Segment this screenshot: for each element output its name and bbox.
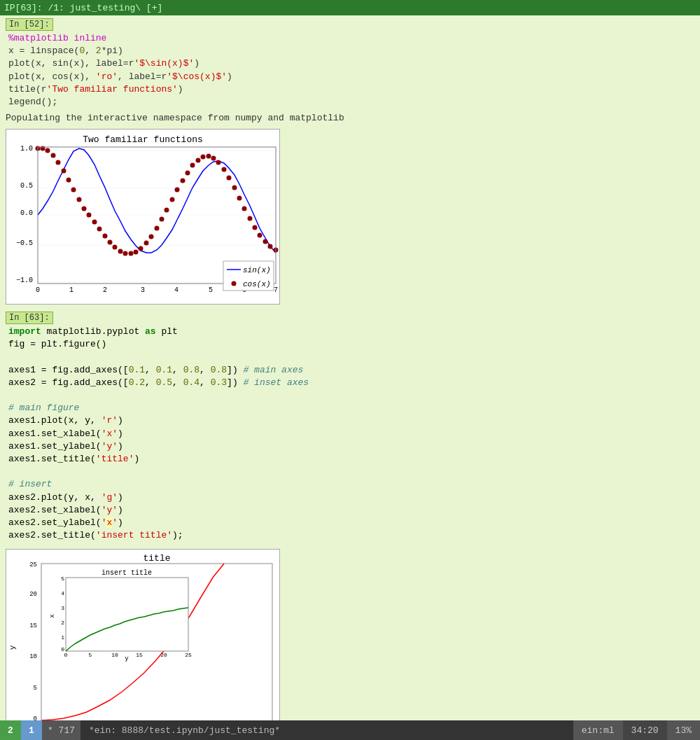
svg-text:15: 15	[136, 652, 143, 658]
status-mode-n: 2	[0, 720, 21, 740]
cell-52-output: Populating the interactive namespace fro…	[0, 111, 700, 125]
svg-rect-37	[66, 578, 188, 651]
cos-dot	[77, 197, 82, 202]
status-position: 34:20	[623, 720, 667, 740]
plot2-inset-title: insert title	[102, 569, 152, 577]
svg-text:2: 2	[61, 620, 64, 626]
code-line-4: plot(x, cos(x), 'ro', label=r'$\cos(x)$'…	[8, 71, 232, 82]
cos-dot	[139, 246, 144, 251]
svg-text:0: 0	[64, 652, 68, 658]
cos-dot	[211, 156, 216, 161]
cos-dot	[92, 220, 97, 225]
cos-dot	[175, 188, 180, 193]
svg-text:0: 0	[36, 286, 40, 294]
svg-text:0.5: 0.5	[20, 182, 33, 190]
svg-text:5: 5	[61, 575, 64, 582]
status-mode-i: 1	[21, 720, 42, 740]
svg-text:20: 20	[160, 652, 167, 658]
cos-dot	[206, 154, 211, 159]
cos-dot	[62, 169, 66, 174]
status-cell-num: * 717	[42, 720, 80, 740]
cos-dot	[134, 250, 139, 255]
plot-2-svg: title y x 25 20 15 10 5 0 0 1 2 3 4 5	[6, 550, 279, 720]
svg-text:3: 3	[61, 605, 64, 611]
cos-dot	[160, 217, 164, 222]
status-filename: *ein: 8888/test.ipynb/just_testing*	[80, 720, 573, 740]
svg-text:1: 1	[61, 634, 64, 641]
cos-dot	[103, 234, 108, 239]
cos-dot	[170, 197, 175, 202]
cos-dot	[149, 235, 154, 239]
svg-text:4: 4	[174, 286, 178, 294]
cos-dot	[82, 207, 87, 211]
code-line-6: legend();	[8, 97, 57, 107]
cos-dot	[196, 158, 201, 163]
svg-text:20: 20	[29, 591, 37, 598]
cos-dot	[232, 186, 237, 190]
svg-text:0: 0	[34, 715, 37, 720]
cos-dot	[97, 227, 102, 232]
svg-text:4: 4	[61, 590, 64, 596]
svg-text:7: 7	[274, 286, 278, 294]
cell-63-label: In [63]:	[6, 312, 53, 324]
svg-text:15: 15	[29, 622, 37, 629]
svg-text:1: 1	[69, 286, 74, 294]
cos-dot	[71, 188, 76, 193]
cell-52-label: In [52]:	[6, 18, 53, 31]
cos-dot	[46, 148, 50, 153]
svg-text:0.0: 0.0	[20, 209, 33, 217]
cell-52: In [52]: %matplotlib inline x = linspace…	[0, 15, 700, 111]
status-percent: 13%	[667, 720, 700, 740]
cos-dot	[164, 208, 169, 213]
cos-dot	[87, 213, 92, 218]
cos-dot	[201, 155, 206, 160]
cos-dot	[186, 171, 190, 176]
svg-text:5: 5	[209, 286, 213, 294]
cos-dot	[263, 239, 268, 244]
svg-text:10: 10	[29, 653, 37, 660]
cos-dot	[113, 245, 118, 250]
svg-text:5: 5	[89, 652, 92, 658]
svg-text:y: y	[8, 645, 17, 650]
cos-dot	[123, 251, 128, 256]
main-content: In [52]: %matplotlib inline x = linspace…	[0, 15, 700, 720]
cell-52-code[interactable]: %matplotlib inline x = linspace(0, 2*pi)…	[6, 32, 694, 109]
svg-text:−0.5: −0.5	[16, 239, 33, 247]
svg-text:25: 25	[29, 561, 37, 568]
svg-text:10: 10	[111, 652, 118, 658]
sin-legend-label: sin(x)	[243, 266, 271, 274]
title-bar: IP[63]: /1: just_testing\ [+]	[0, 0, 700, 15]
code-line-2: x = linspace(0, 2*pi)	[8, 46, 123, 56]
svg-text:2: 2	[103, 286, 107, 294]
cos-dot	[108, 240, 113, 245]
svg-text:5: 5	[34, 685, 37, 692]
svg-text:3: 3	[141, 286, 145, 294]
cos-dot	[227, 176, 232, 181]
cell-63-code[interactable]: import matplotlib.pyplot as plt fig = pl…	[6, 326, 694, 542]
code-line-3: plot(x, sin(x), label=r'$\sin(x)$')	[8, 58, 200, 69]
cos-dot	[144, 241, 149, 246]
svg-text:25: 25	[185, 652, 192, 658]
cos-dot	[253, 225, 258, 230]
cos-dot	[155, 226, 160, 231]
plot1-title: Two familiar functions	[83, 134, 203, 145]
plot-2-container: title y x 25 20 15 10 5 0 0 1 2 3 4 5	[6, 549, 280, 720]
cos-legend-dot	[232, 281, 237, 286]
cos-dot	[118, 249, 123, 254]
cos-dot	[51, 153, 56, 158]
cos-dot	[56, 160, 61, 165]
cos-legend-label: cos(x)	[243, 280, 271, 288]
plot-1-svg: Two familiar functions 1.0 0.5 0.0 −0.5 …	[6, 130, 279, 301]
svg-text:−1.0: −1.0	[16, 277, 33, 284]
cell-63: In [63]: import matplotlib.pyplot as plt…	[0, 309, 700, 545]
cos-dot	[129, 251, 134, 256]
cos-dot	[237, 196, 242, 201]
svg-text:x: x	[49, 615, 56, 618]
status-mode-label: ein:ml	[573, 720, 623, 740]
code-line-5: title(r'Two familiar functions')	[8, 84, 183, 95]
cos-dot	[216, 160, 221, 165]
svg-text:y: y	[125, 655, 129, 662]
cos-dot	[242, 207, 247, 211]
magic-cmd: %matplotlib inline	[8, 33, 106, 43]
cos-dot	[222, 167, 227, 172]
